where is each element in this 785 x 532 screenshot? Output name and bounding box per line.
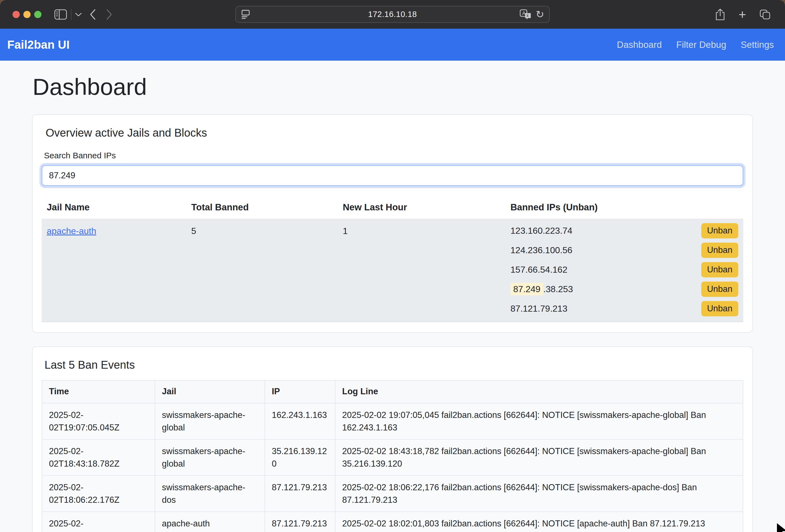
tabs-icon [759, 9, 770, 20]
url-text: 172.16.10.18 [236, 10, 549, 19]
browser-toolbar: 172.16.10.18 A x̄ ↻ [0, 0, 785, 29]
banned-ip-address: 123.160.223.74 [510, 226, 572, 236]
event-ip: 35.216.139.120 [265, 439, 335, 476]
column-header-jail-name: Jail Name [42, 195, 186, 219]
sidebar-toggle-button[interactable] [54, 9, 67, 20]
share-icon [715, 8, 725, 21]
jail-name-link[interactable]: apache-auth [47, 226, 96, 236]
total-banned-value: 5 [186, 219, 338, 322]
unban-button[interactable]: Unban [701, 301, 738, 316]
banned-ip-item: 157.66.54.162 Unban [510, 260, 738, 279]
column-header-banned-ips: Banned IPs (Unban) [505, 195, 743, 219]
jails-table: Jail Name Total Banned New Last Hour Ban… [42, 195, 743, 322]
events-table: Time Jail IP Log Line 2025-02-02T19:07:0… [42, 380, 743, 532]
banned-ip-item: 123.160.223.74 Unban [510, 221, 738, 240]
event-jail: apache-auth [155, 512, 265, 532]
event-log-line: 2025-02-02 18:43:18,782 fail2ban.actions… [335, 439, 743, 476]
banned-ip-item: 87.249.38.253 Unban [510, 279, 738, 299]
column-header-ip: IP [265, 380, 335, 403]
search-banned-ips-input[interactable] [42, 165, 743, 186]
event-jail: swissmakers-apache-global [155, 439, 265, 476]
reload-icon: ↻ [536, 9, 544, 20]
table-row: 2025-02-02T18:43:18.782Z swissmakers-apa… [42, 439, 743, 476]
banned-ip-address: 157.66.54.162 [510, 264, 567, 275]
unban-button[interactable]: Unban [701, 223, 738, 238]
event-ip: 87.121.79.213 [265, 512, 335, 532]
tab-overview-button[interactable] [759, 9, 770, 20]
page-title: Dashboard [32, 73, 753, 100]
nav-link-filter-debug[interactable]: Filter Debug [676, 40, 726, 50]
back-button[interactable] [89, 9, 96, 20]
nav-link-settings[interactable]: Settings [741, 40, 774, 50]
svg-text:x̄: x̄ [527, 14, 529, 18]
reload-button[interactable]: ↻ [536, 9, 544, 20]
table-row: 2025-02-02T18:02:01.803Z apache-auth 87.… [42, 512, 743, 532]
table-row: 2025-02-02T19:07:05.045Z swissmakers-apa… [42, 403, 743, 439]
sidebar-icon [54, 9, 67, 20]
column-header-time: Time [42, 380, 155, 403]
event-log-line: 2025-02-02 18:06:22,176 fail2ban.actions… [335, 476, 743, 512]
unban-button[interactable]: Unban [701, 243, 738, 258]
forward-chevron-icon [106, 9, 113, 20]
event-jail: swissmakers-apache-global [155, 403, 265, 439]
address-bar[interactable]: 172.16.10.18 A x̄ ↻ [235, 6, 550, 23]
toolbar-divider [71, 9, 72, 20]
new-last-hour-value: 1 [338, 219, 505, 322]
banned-ip-address: 87.249.38.253 [510, 284, 573, 295]
page-content: Dashboard Overview active Jails and Bloc… [0, 61, 785, 532]
chevron-down-icon [75, 12, 82, 17]
event-ip: 162.243.1.163 [265, 403, 335, 439]
mouse-cursor [776, 522, 785, 532]
search-label: Search Banned IPs [44, 151, 743, 160]
close-window-button[interactable] [12, 11, 20, 18]
minimize-window-button[interactable] [23, 11, 31, 18]
overview-card: Overview active Jails and Blocks Search … [32, 115, 753, 333]
share-button[interactable] [715, 8, 725, 21]
window-controls [12, 11, 42, 18]
events-table-header-row: Time Jail IP Log Line [42, 380, 743, 403]
jails-table-header-row: Jail Name Total Banned New Last Hour Ban… [42, 195, 743, 219]
banned-ip-item: 87.121.79.213 Unban [510, 299, 738, 318]
event-jail: swissmakers-apache-dos [155, 476, 265, 512]
column-header-total-banned: Total Banned [186, 195, 338, 219]
column-header-new-last-hour: New Last Hour [338, 195, 505, 219]
column-header-jail: Jail [155, 380, 265, 403]
overview-card-title: Overview active Jails and Blocks [46, 127, 743, 139]
banned-ip-address: 87.121.79.213 [510, 304, 567, 314]
back-chevron-icon [89, 9, 96, 20]
plus-icon: + [738, 8, 746, 21]
new-tab-button[interactable]: + [738, 8, 746, 21]
events-card-title: Last 5 Ban Events [45, 359, 743, 371]
event-log-line: 2025-02-02 19:07:05,045 fail2ban.actions… [335, 403, 743, 439]
banned-ip-item: 124.236.100.56 Unban [510, 240, 738, 260]
unban-button[interactable]: Unban [701, 282, 738, 297]
events-card: Last 5 Ban Events Time Jail IP Log Line … [32, 347, 753, 532]
column-header-log-line: Log Line [335, 380, 743, 403]
search-match-highlight: 87.249 [510, 283, 543, 295]
table-row: 2025-02-02T18:06:22.176Z swissmakers-apa… [42, 476, 743, 512]
nav-link-dashboard[interactable]: Dashboard [617, 40, 662, 50]
svg-text:A: A [522, 10, 526, 16]
event-time: 2025-02-02T18:02:01.803Z [42, 512, 155, 532]
browser-window: 172.16.10.18 A x̄ ↻ [0, 0, 785, 532]
page-format-icon [241, 9, 250, 20]
banned-ip-address: 124.236.100.56 [510, 245, 572, 255]
unban-button[interactable]: Unban [701, 262, 738, 277]
event-time: 2025-02-02T18:06:22.176Z [42, 476, 155, 512]
event-time: 2025-02-02T18:43:18.782Z [42, 439, 155, 476]
nav-links: Dashboard Filter Debug Settings [617, 40, 774, 50]
event-log-line: 2025-02-02 18:02:01,803 fail2ban.actions… [335, 512, 743, 532]
event-time: 2025-02-02T19:07:05.045Z [42, 403, 155, 439]
app-navbar: Fail2ban UI Dashboard Filter Debug Setti… [0, 29, 785, 61]
table-row: apache-auth 5 1 123.160.223.74 Unban 124… [42, 219, 743, 322]
event-ip: 87.121.79.213 [265, 476, 335, 512]
forward-button[interactable] [106, 9, 113, 20]
brand-title: Fail2ban UI [7, 38, 70, 51]
sidebar-menu-chevron-button[interactable] [75, 12, 82, 17]
translate-icon: A x̄ [520, 9, 531, 20]
zoom-window-button[interactable] [34, 11, 42, 18]
